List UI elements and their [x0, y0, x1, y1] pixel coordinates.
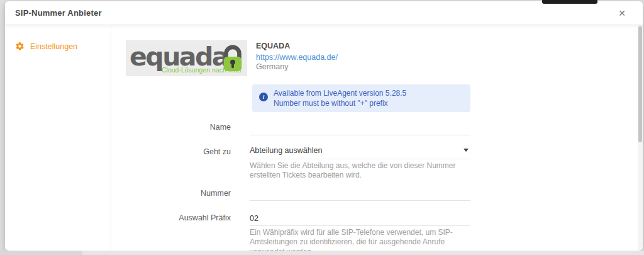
company-name: EQUADA [256, 42, 338, 51]
dialog-title: SIP-Nummer Anbieter [15, 8, 615, 18]
browser-top-bar-fragment [542, 0, 597, 4]
prefix-label: Auswahl Präfix [126, 212, 231, 223]
form-row-department: Geht zu Abteilung auswählen Wählen Sie d… [126, 146, 643, 181]
number-label: Nummer [126, 188, 231, 198]
scrollbar-thumb[interactable] [638, 26, 642, 142]
department-select-value: Abteilung auswählen [250, 146, 464, 155]
info-banner: i Available from LiveAgent version 5.28.… [252, 84, 470, 112]
form-row-name: Name [126, 122, 643, 135]
form-row-prefix: Auswahl Präfix Ein Wählpräfix wird für a… [126, 212, 643, 251]
provider-header: equada Cloud-Lösungen nach Maß EQUADA ht… [126, 40, 643, 76]
company-country: Germany [256, 62, 338, 72]
department-select[interactable]: Abteilung auswählen [250, 146, 470, 159]
sidebar-item-einstellungen[interactable]: Einstellungen [13, 40, 111, 52]
chevron-down-icon [464, 149, 469, 152]
department-label: Geht zu [126, 146, 231, 157]
form-row-number: Nummer [126, 188, 643, 201]
prefix-input[interactable] [250, 215, 470, 226]
company-info: EQUADA https://www.equada.de/ Germany [256, 40, 338, 76]
number-input[interactable] [250, 190, 470, 201]
equada-logo: equada Cloud-Lösungen nach Maß [126, 40, 247, 76]
name-label: Name [126, 122, 231, 132]
sip-provider-dialog: SIP-Nummer Anbieter ✕ Einstellungen equa… [5, 1, 643, 251]
name-input[interactable] [250, 124, 470, 135]
scrollbar[interactable] [638, 25, 643, 251]
gear-icon [15, 42, 25, 51]
info-line-2: Number must be without "+" prefix [274, 98, 463, 108]
sidebar-item-label: Einstellungen [30, 42, 77, 51]
page-behind-dialog [0, 251, 644, 255]
company-url-link[interactable]: https://www.equada.de/ [256, 53, 338, 62]
padlock-icon [221, 43, 245, 75]
department-helper-text: Wählen Sie die Abteilung aus, welche die… [250, 161, 470, 181]
sidebar: Einstellungen [5, 25, 111, 250]
prefix-helper-text: Ein Wählpräfix wird für alle SIP-Telefon… [250, 228, 470, 251]
info-icon: i [259, 93, 268, 101]
settings-panel: equada Cloud-Lösungen nach Maß EQUADA ht… [111, 25, 643, 250]
close-icon[interactable]: ✕ [615, 6, 629, 20]
dialog-body: Einstellungen equada Cloud-Lösungen nach… [5, 25, 643, 250]
info-line-1: Available from LiveAgent version 5.28.5 [274, 88, 463, 98]
dialog-header: SIP-Nummer Anbieter ✕ [5, 1, 643, 25]
